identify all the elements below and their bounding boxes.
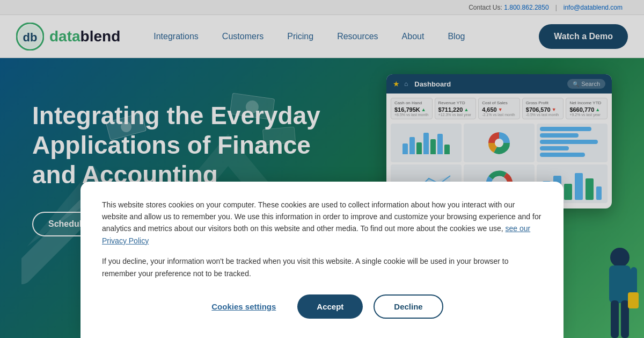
cookie-banner: This website stores cookies on your comp… [80, 182, 564, 338]
decline-button[interactable]: Decline [374, 294, 443, 319]
cookies-settings-button[interactable]: Cookies settings [201, 294, 287, 319]
cookie-text-2: If you decline, your information won't b… [102, 255, 542, 279]
cookie-text-1: This website stores cookies on your comp… [102, 199, 542, 247]
cookie-overlay: This website stores cookies on your comp… [0, 0, 644, 338]
cookie-buttons: Cookies settings Accept Decline [102, 294, 542, 319]
accept-button[interactable]: Accept [297, 294, 363, 319]
